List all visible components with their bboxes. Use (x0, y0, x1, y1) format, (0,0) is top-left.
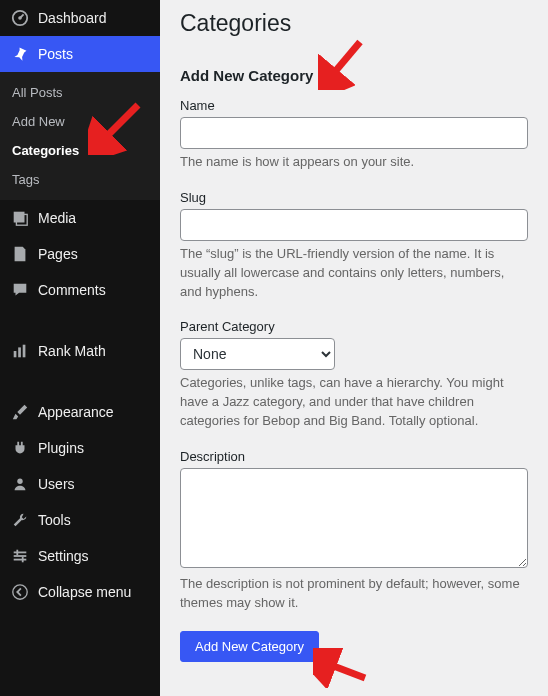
media-icon (10, 208, 30, 228)
wrench-icon (10, 510, 30, 530)
plug-icon (10, 438, 30, 458)
svg-rect-4 (14, 351, 17, 357)
users-icon (10, 474, 30, 494)
svg-rect-9 (14, 555, 27, 557)
menu-appearance[interactable]: Appearance (0, 394, 160, 430)
menu-collapse[interactable]: Collapse menu (0, 574, 160, 610)
chart-icon (10, 341, 30, 361)
sidebar-item-add-new[interactable]: Add New (0, 107, 160, 136)
description-label: Description (180, 449, 528, 464)
svg-rect-8 (14, 552, 27, 554)
menu-tools[interactable]: Tools (0, 502, 160, 538)
svg-rect-2 (14, 212, 25, 223)
menu-label: Dashboard (38, 10, 107, 26)
pin-icon (10, 44, 30, 64)
field-parent: Parent Category None Categories, unlike … (180, 319, 528, 431)
menu-pages[interactable]: Pages (0, 236, 160, 272)
menu-label: Media (38, 210, 76, 226)
menu-label: Plugins (38, 440, 84, 456)
menu-dashboard[interactable]: Dashboard (0, 0, 160, 36)
menu-separator (0, 369, 160, 394)
menu-label: Collapse menu (38, 584, 131, 600)
svg-point-1 (18, 16, 22, 20)
name-label: Name (180, 98, 528, 113)
posts-submenu: All Posts Add New Categories Tags (0, 72, 160, 200)
menu-label: Tools (38, 512, 71, 528)
svg-point-13 (13, 585, 27, 599)
menu-plugins[interactable]: Plugins (0, 430, 160, 466)
brush-icon (10, 402, 30, 422)
menu-rank-math[interactable]: Rank Math (0, 333, 160, 369)
form-title: Add New Category (180, 67, 528, 84)
svg-rect-6 (23, 345, 26, 358)
menu-label: Settings (38, 548, 89, 564)
main-content: Categories Add New Category Name The nam… (160, 0, 548, 696)
menu-label: Users (38, 476, 75, 492)
add-category-button[interactable]: Add New Category (180, 631, 319, 662)
menu-label: Posts (38, 46, 73, 62)
menu-posts[interactable]: Posts (0, 36, 160, 72)
page-title: Categories (180, 10, 528, 37)
settings-icon (10, 546, 30, 566)
slug-help: The “slug” is the URL-friendly version o… (180, 245, 528, 302)
sidebar-item-tags[interactable]: Tags (0, 165, 160, 194)
sidebar-item-categories[interactable]: Categories (0, 136, 160, 165)
svg-point-7 (17, 479, 22, 484)
parent-label: Parent Category (180, 319, 528, 334)
menu-label: Comments (38, 282, 106, 298)
field-name: Name The name is how it appears on your … (180, 98, 528, 172)
menu-comments[interactable]: Comments (0, 272, 160, 308)
field-slug: Slug The “slug” is the URL-friendly vers… (180, 190, 528, 302)
pages-icon (10, 244, 30, 264)
description-help: The description is not prominent by defa… (180, 575, 528, 613)
comments-icon (10, 280, 30, 300)
menu-users[interactable]: Users (0, 466, 160, 502)
parent-help: Categories, unlike tags, can have a hier… (180, 374, 528, 431)
svg-rect-12 (22, 557, 24, 562)
slug-input[interactable] (180, 209, 528, 241)
description-textarea[interactable] (180, 468, 528, 568)
svg-rect-11 (16, 550, 18, 555)
svg-rect-5 (18, 347, 21, 357)
name-input[interactable] (180, 117, 528, 149)
sidebar-item-all-posts[interactable]: All Posts (0, 78, 160, 107)
admin-sidebar: Dashboard Posts All Posts Add New Catego… (0, 0, 160, 696)
menu-label: Rank Math (38, 343, 106, 359)
svg-rect-10 (14, 559, 27, 561)
menu-label: Appearance (38, 404, 114, 420)
menu-media[interactable]: Media (0, 200, 160, 236)
field-description: Description The description is not promi… (180, 449, 528, 613)
dashboard-icon (10, 8, 30, 28)
slug-label: Slug (180, 190, 528, 205)
menu-separator (0, 308, 160, 333)
menu-label: Pages (38, 246, 78, 262)
parent-select[interactable]: None (180, 338, 335, 370)
menu-settings[interactable]: Settings (0, 538, 160, 574)
name-help: The name is how it appears on your site. (180, 153, 528, 172)
collapse-icon (10, 582, 30, 602)
